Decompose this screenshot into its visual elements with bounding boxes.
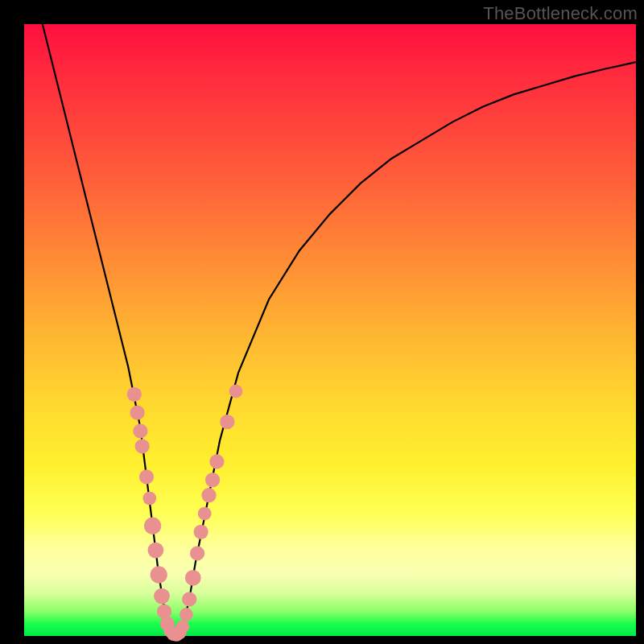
data-point	[157, 604, 171, 618]
data-point	[194, 525, 208, 539]
data-point	[220, 415, 234, 429]
chart-svg	[24, 24, 636, 636]
data-point	[133, 423, 147, 438]
data-point	[139, 469, 154, 484]
chart-frame: TheBottleneck.com	[0, 0, 644, 644]
data-point	[185, 570, 201, 586]
data-point	[142, 492, 156, 506]
data-point	[180, 608, 193, 621]
data-points	[127, 385, 243, 642]
data-point	[198, 507, 212, 521]
data-point	[229, 385, 243, 398]
data-point	[144, 518, 161, 535]
data-point	[154, 588, 170, 605]
watermark-text: TheBottleneck.com	[483, 3, 638, 24]
data-point	[209, 454, 224, 469]
data-point	[151, 566, 167, 583]
data-point	[201, 488, 216, 502]
data-point	[127, 387, 142, 402]
data-point	[135, 439, 150, 453]
bottleneck-curve	[43, 24, 636, 636]
data-point	[148, 543, 164, 559]
data-point	[182, 592, 196, 606]
plot-area	[24, 24, 636, 636]
data-point	[205, 473, 220, 487]
data-point	[190, 546, 204, 560]
data-point	[130, 405, 144, 419]
data-point	[175, 620, 189, 634]
